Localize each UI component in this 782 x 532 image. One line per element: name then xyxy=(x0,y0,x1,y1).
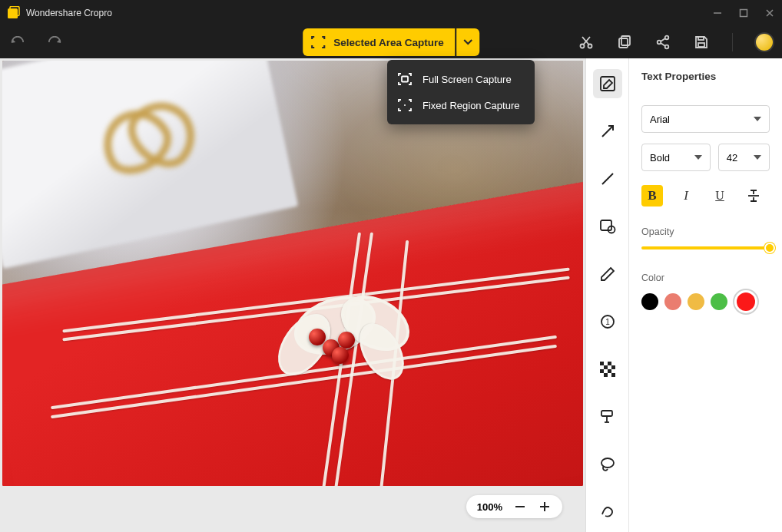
canvas-image xyxy=(2,61,583,486)
redo-button[interactable] xyxy=(48,35,63,50)
app-logo xyxy=(6,6,20,20)
opacity-label: Opacity xyxy=(641,226,770,237)
tool-pencil[interactable] xyxy=(593,259,622,289)
copy-button[interactable] xyxy=(617,35,632,50)
toolbar-divider xyxy=(732,33,733,51)
capture-mode-button[interactable]: Selected Area Capture xyxy=(303,28,455,56)
svg-text:1: 1 xyxy=(605,318,610,326)
svg-rect-31 xyxy=(601,411,612,416)
tool-arrow[interactable] xyxy=(593,117,622,146)
svg-rect-29 xyxy=(604,373,608,377)
menu-item-label: Fixed Region Capture xyxy=(422,100,519,111)
zoom-in-button[interactable] xyxy=(538,500,552,514)
opacity-slider[interactable] xyxy=(641,246,770,249)
canvas-area[interactable]: 100% xyxy=(0,58,585,532)
color-swatch-yellow[interactable] xyxy=(688,293,704,310)
minimize-button[interactable] xyxy=(711,7,724,19)
font-weight-select[interactable]: Bold xyxy=(641,144,711,171)
tool-column: 1 xyxy=(585,58,628,532)
svg-point-4 xyxy=(581,45,585,48)
capture-mode-dropdown[interactable] xyxy=(456,28,479,56)
svg-rect-19 xyxy=(601,220,611,230)
color-swatch-red[interactable] xyxy=(737,292,755,311)
color-swatches xyxy=(641,292,770,311)
user-avatar[interactable] xyxy=(756,34,773,51)
undo-button[interactable] xyxy=(9,35,25,50)
capture-mode-label: Selected Area Capture xyxy=(333,37,444,48)
svg-rect-13 xyxy=(402,77,408,82)
tool-line[interactable] xyxy=(593,164,622,193)
svg-rect-24 xyxy=(608,362,611,365)
tool-freehand[interactable] xyxy=(593,497,622,527)
properties-panel: Text Properties Arial Bold 42 B I U Opac… xyxy=(628,58,782,532)
color-swatch-black[interactable] xyxy=(641,293,658,310)
tool-brush[interactable] xyxy=(593,402,622,431)
save-button[interactable] xyxy=(694,35,709,50)
color-label: Color xyxy=(641,273,770,283)
color-swatch-green[interactable] xyxy=(711,293,727,310)
zoom-control: 100% xyxy=(466,495,562,518)
svg-point-5 xyxy=(588,45,592,48)
svg-rect-18 xyxy=(601,77,615,91)
svg-rect-26 xyxy=(611,365,615,369)
zoom-label: 100% xyxy=(477,501,502,513)
tool-lasso[interactable] xyxy=(593,450,622,479)
color-swatch-coral[interactable] xyxy=(664,293,681,310)
close-button[interactable] xyxy=(764,7,776,19)
share-button[interactable] xyxy=(655,35,671,50)
svg-rect-28 xyxy=(608,369,611,373)
menu-full-screen-capture[interactable]: Full Screen Capture xyxy=(387,66,535,92)
tool-mosaic[interactable] xyxy=(593,355,622,384)
tool-annotate[interactable] xyxy=(593,69,622,98)
underline-button[interactable]: U xyxy=(709,185,731,207)
svg-point-14 xyxy=(404,104,406,106)
svg-rect-6 xyxy=(619,38,628,48)
capture-mode-menu: Full Screen Capture Fixed Region Capture xyxy=(387,60,535,124)
strikethrough-button[interactable] xyxy=(743,185,764,207)
top-toolbar: Selected Area Capture xyxy=(0,26,782,58)
font-family-select[interactable]: Arial xyxy=(641,105,770,133)
svg-rect-11 xyxy=(698,37,704,40)
font-size-select[interactable]: 42 xyxy=(718,144,770,171)
app-title: Wondershare Cropro xyxy=(26,8,112,18)
svg-rect-12 xyxy=(698,43,704,47)
maximize-button[interactable] xyxy=(737,7,750,19)
svg-rect-23 xyxy=(600,362,604,365)
cut-button[interactable] xyxy=(578,35,594,50)
italic-button[interactable]: I xyxy=(675,185,697,207)
svg-rect-27 xyxy=(600,369,604,373)
svg-rect-3 xyxy=(741,10,747,17)
svg-rect-25 xyxy=(604,365,608,369)
svg-rect-0 xyxy=(8,8,18,18)
bold-button[interactable]: B xyxy=(641,185,663,207)
tool-shape[interactable] xyxy=(593,212,622,241)
menu-item-label: Full Screen Capture xyxy=(422,74,512,85)
zoom-out-button[interactable] xyxy=(513,500,527,514)
svg-rect-30 xyxy=(611,373,615,377)
tool-numbered[interactable]: 1 xyxy=(593,307,622,336)
menu-fixed-region-capture[interactable]: Fixed Region Capture xyxy=(387,92,535,118)
svg-rect-7 xyxy=(621,36,630,45)
panel-title: Text Properties xyxy=(641,71,770,82)
titlebar: Wondershare Cropro xyxy=(0,0,782,26)
